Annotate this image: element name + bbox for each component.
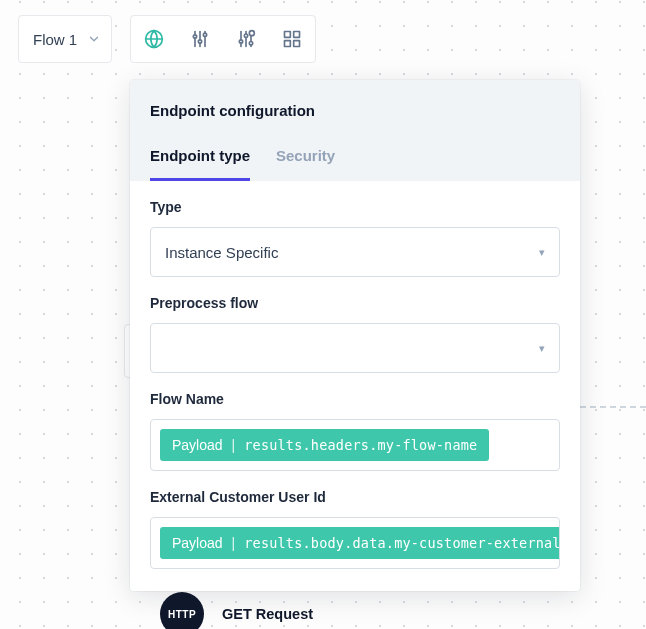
panel-body: Type Instance Specific ▾ Preprocess flow… <box>130 181 580 591</box>
svg-rect-17 <box>285 41 291 47</box>
toolbar-endpoint-button[interactable] <box>131 16 177 62</box>
pill-separator: | <box>232 535 236 551</box>
grid-icon <box>282 29 302 49</box>
payload-pill-external-id[interactable]: Payload | results.body.data.my-customer-… <box>160 527 560 559</box>
toolbar-settings-button[interactable] <box>177 16 223 62</box>
field-flow-name: Flow Name Payload | results.headers.my-f… <box>150 391 560 471</box>
external-id-input[interactable]: Payload | results.body.data.my-customer-… <box>150 517 560 569</box>
toolbar-settings-alt-button[interactable] <box>223 16 269 62</box>
field-label-type: Type <box>150 199 560 215</box>
tab-endpoint-type[interactable]: Endpoint type <box>150 147 250 181</box>
pill-kind: Payload <box>172 437 223 453</box>
svg-point-7 <box>203 33 206 36</box>
http-node[interactable]: HTTP GET Request <box>160 592 313 629</box>
svg-rect-18 <box>294 41 300 47</box>
svg-point-9 <box>239 40 242 43</box>
sliders-alt-icon <box>236 29 256 49</box>
field-type: Type Instance Specific ▾ <box>150 199 560 277</box>
panel-title: Endpoint configuration <box>150 102 560 119</box>
field-label-external-id: External Customer User Id <box>150 489 560 505</box>
toolbar <box>130 15 316 63</box>
tabs: Endpoint type Security <box>150 147 560 181</box>
svg-rect-15 <box>285 32 291 38</box>
pill-kind: Payload <box>172 535 223 551</box>
connection-line <box>580 406 646 408</box>
payload-pill-flow-name[interactable]: Payload | results.headers.my-flow-name <box>160 429 489 461</box>
flow-selector-label: Flow 1 <box>33 31 77 48</box>
pill-separator: | <box>232 437 236 453</box>
pill-path: results.headers.my-flow-name <box>244 437 477 453</box>
caret-down-icon: ▾ <box>539 246 545 259</box>
type-select-value: Instance Specific <box>165 244 278 261</box>
chevron-down-icon <box>87 32 101 46</box>
config-panel: Endpoint configuration Endpoint type Sec… <box>130 80 580 591</box>
svg-point-5 <box>198 40 201 43</box>
svg-point-3 <box>193 35 196 38</box>
field-external-id: External Customer User Id Payload | resu… <box>150 489 560 569</box>
svg-point-13 <box>249 42 252 45</box>
sliders-icon <box>190 29 210 49</box>
tab-security[interactable]: Security <box>276 147 335 181</box>
toolbar-grid-button[interactable] <box>269 16 315 62</box>
field-label-flow-name: Flow Name <box>150 391 560 407</box>
svg-point-14 <box>249 31 254 36</box>
http-node-label: GET Request <box>222 606 313 622</box>
field-label-preprocess: Preprocess flow <box>150 295 560 311</box>
field-preprocess: Preprocess flow ▾ <box>150 295 560 373</box>
flow-name-input[interactable]: Payload | results.headers.my-flow-name <box>150 419 560 471</box>
panel-header: Endpoint configuration Endpoint type Sec… <box>130 80 580 181</box>
pill-path: results.body.data.my-customer-external- <box>244 535 560 551</box>
http-badge: HTTP <box>160 592 204 629</box>
svg-point-11 <box>244 34 247 37</box>
caret-down-icon: ▾ <box>539 342 545 355</box>
type-select[interactable]: Instance Specific ▾ <box>150 227 560 277</box>
globe-icon <box>144 29 164 49</box>
preprocess-select[interactable]: ▾ <box>150 323 560 373</box>
flow-selector[interactable]: Flow 1 <box>18 15 112 63</box>
svg-rect-16 <box>294 32 300 38</box>
